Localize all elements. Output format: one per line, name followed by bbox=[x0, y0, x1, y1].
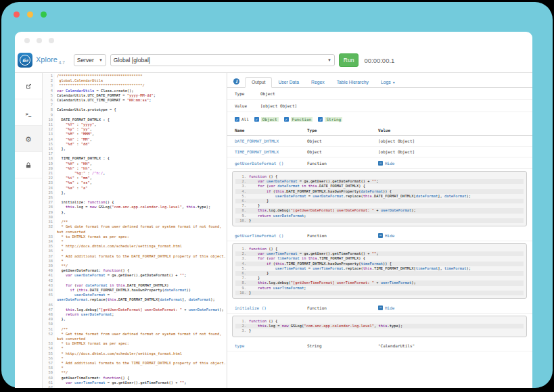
property-value: [object Object] bbox=[378, 139, 532, 143]
tab-table-hierarchy[interactable]: Table Hierarchy bbox=[331, 78, 375, 87]
property-name-link[interactable]: getUserTimeFormat () bbox=[235, 233, 307, 238]
run-button[interactable]: Run bbox=[339, 53, 359, 67]
window-dot bbox=[37, 38, 42, 43]
collapse-icon: − bbox=[378, 305, 383, 310]
property-name-link[interactable]: getUserDateFormat () bbox=[235, 161, 307, 166]
filter-all[interactable]: ✓All bbox=[235, 117, 249, 122]
summary-value: [object Object] bbox=[260, 103, 297, 108]
line-number: 1 bbox=[43, 74, 55, 78]
hide-code-link[interactable]: −Hide bbox=[378, 305, 394, 310]
line-number: 57 bbox=[43, 361, 55, 366]
line-number: 47 bbox=[43, 308, 55, 312]
gear-button[interactable]: ⚙ bbox=[15, 126, 42, 152]
info-icon[interactable]: i bbox=[233, 78, 239, 84]
app-version: 4.7 bbox=[59, 60, 65, 65]
checkbox-checked-icon[interactable]: ✓ bbox=[318, 117, 323, 122]
editor-line: 60 getUserTimeFormat: function() { bbox=[43, 376, 227, 381]
editor-line: 44 if (this.DATE_FORMAT_DHTMLX.hasOwnPro… bbox=[43, 288, 227, 293]
table-row: DATE_FORMAT_DHTMLXObject[object Object] bbox=[227, 136, 532, 147]
line-number: 14 bbox=[43, 137, 55, 142]
editor-line: 6CalendarUtils.UTC_TIME_FORMAT = "HH:mm:… bbox=[43, 98, 227, 103]
editor-line: 23 "%s" : "ss", bbox=[43, 180, 227, 185]
line-number: 7. bbox=[235, 203, 249, 208]
checkbox-checked-icon[interactable]: ✓ bbox=[235, 117, 239, 122]
code-editor[interactable]: 1/**************************************… bbox=[43, 73, 227, 388]
line-number: 23 bbox=[43, 180, 55, 185]
line-number: 12 bbox=[43, 127, 55, 132]
line-number: 11 bbox=[43, 122, 55, 127]
line-number: 3. bbox=[235, 256, 249, 261]
function-source-block: 1.function () {2. this.log = new GSLog("… bbox=[232, 316, 527, 337]
editor-line: 27 initialize: function() { bbox=[43, 200, 227, 205]
checkbox-checked-icon[interactable]: ✓ bbox=[284, 117, 289, 122]
tab-regex[interactable]: Regex bbox=[305, 78, 331, 87]
tab-logs[interactable]: Logs▼ bbox=[375, 78, 402, 87]
app-title: Xplore4.7 bbox=[36, 55, 65, 65]
icon-sidebar: >_⚙ bbox=[15, 73, 43, 388]
code-line: 8. this.log.debug("[getUserTimeFormat] u… bbox=[235, 280, 524, 285]
filter-function[interactable]: ✓Function bbox=[284, 117, 313, 122]
code-line: 9. return userDateFormat; bbox=[235, 214, 524, 218]
lock-button[interactable] bbox=[15, 152, 42, 178]
editor-line: 7 bbox=[43, 103, 227, 107]
target-scope-select[interactable]: Global [global]▼ bbox=[110, 54, 335, 66]
filter-object[interactable]: ✓Object bbox=[254, 117, 279, 122]
code-line: 4. if (this.DATE_FORMAT_DHTMLX.hasOwnPro… bbox=[235, 189, 524, 194]
tab-user-data[interactable]: User Data bbox=[272, 78, 305, 87]
app-window: 6∂ Xplore4.7 Server▼ Global [global]▼ Ru… bbox=[15, 32, 532, 388]
checkbox-checked-icon[interactable]: ✓ bbox=[254, 117, 259, 122]
line-number: 36 bbox=[43, 249, 55, 253]
editor-line: 41 var userDateFormat = gs.getUser().get… bbox=[43, 273, 227, 278]
editor-line: 38 * bbox=[43, 259, 227, 264]
editor-line: 1/************************************** bbox=[43, 74, 227, 78]
editor-line: 62 bbox=[43, 385, 227, 388]
editor-line: 53 * to DHTMLX format as per spec: bbox=[43, 341, 227, 346]
property-name-link[interactable]: initialize () bbox=[235, 305, 307, 310]
property-type: Function bbox=[307, 305, 378, 310]
line-number: 32 bbox=[43, 224, 55, 234]
table-row: typeString"CalendarUtils" bbox=[227, 341, 532, 351]
terminal-icon: >_ bbox=[26, 106, 31, 118]
editor-line: 28 this.log = new GSLog("com.snc.app.cal… bbox=[43, 205, 227, 210]
line-number: 9. bbox=[235, 286, 249, 291]
code-line: 2. this.log = new GSLog("com.snc.app.cal… bbox=[235, 324, 524, 328]
line-number: 38 bbox=[43, 259, 55, 264]
terminal-button[interactable]: >_ bbox=[15, 99, 42, 126]
editor-line: 39 **/ bbox=[43, 264, 227, 268]
editor-line: 20 "%h" : "hh", bbox=[43, 166, 227, 171]
filter-label: Function bbox=[291, 117, 313, 122]
filter-string[interactable]: ✓String bbox=[318, 117, 342, 122]
editor-line: 57 * Add additional formats to the TIME_… bbox=[43, 361, 227, 366]
tab-output[interactable]: Output bbox=[245, 77, 272, 88]
property-name-link[interactable]: DATE_FORMAT_DHTMLX bbox=[235, 139, 307, 143]
open-new-window-button[interactable] bbox=[15, 73, 42, 99]
editor-line: 61 var userTimeFormat = gs.getUser().get… bbox=[43, 381, 227, 385]
editor-line: 13 "%M" : "MMM", bbox=[43, 132, 227, 137]
property-name-link[interactable]: type bbox=[235, 343, 307, 348]
column-header: Name bbox=[235, 128, 307, 132]
editor-line: 11 "%Y" : "yyyy", bbox=[43, 122, 227, 127]
code-line: 3.} bbox=[235, 328, 524, 333]
property-table: NameTypeValueDATE_FORMAT_DHTMLXObject[ob… bbox=[227, 125, 532, 351]
summary-label: Value bbox=[235, 103, 260, 108]
hide-code-link[interactable]: −Hide bbox=[378, 161, 394, 166]
editor-line: 15 "%d" : "dd" bbox=[43, 142, 227, 147]
scope-select[interactable]: Server▼ bbox=[74, 54, 106, 66]
line-number: 62 bbox=[43, 385, 55, 388]
hide-label: Hide bbox=[385, 161, 394, 166]
line-number: 26 bbox=[43, 195, 55, 200]
code-line: 5. userTimeFormat = userTimeFormat.repla… bbox=[235, 266, 524, 271]
editor-line: 14 "%m" : "MM", bbox=[43, 137, 227, 142]
line-number: 2. bbox=[235, 324, 249, 328]
line-number: 53 bbox=[43, 341, 55, 346]
property-name-link[interactable]: TIME_FORMAT_DHTMLX bbox=[235, 149, 307, 154]
editor-line: 10 DATE_FORMAT_DHTMLX : { bbox=[43, 118, 227, 122]
editor-line: 4var CalendarUtils = Class.create(); bbox=[43, 89, 227, 93]
line-number: 6 bbox=[43, 98, 55, 103]
hide-code-link[interactable]: −Hide bbox=[378, 233, 394, 238]
summary-value: Object bbox=[260, 91, 275, 96]
function-source-block: 1.function () {2. var userDateFormat = g… bbox=[232, 171, 527, 226]
editor-line: 54 * bbox=[43, 346, 227, 351]
editor-line: 25 }, bbox=[43, 191, 227, 195]
code-line: 3. for (var timeFormat in this.TIME_FORM… bbox=[235, 256, 524, 261]
